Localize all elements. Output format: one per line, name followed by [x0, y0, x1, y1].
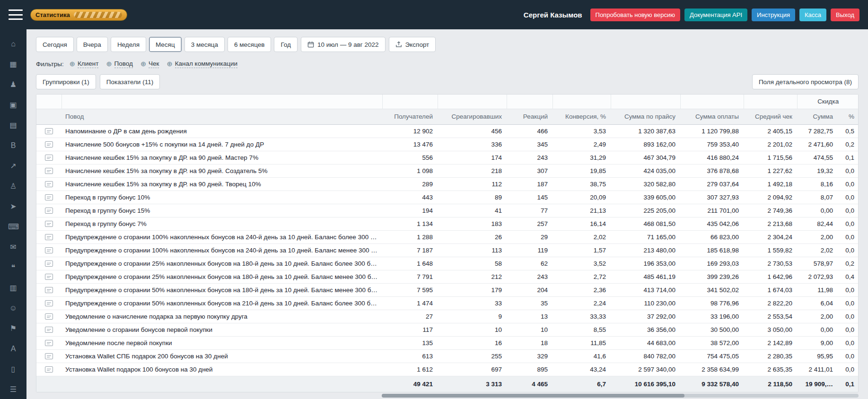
menu-icon[interactable] — [9, 9, 23, 20]
table-row[interactable]: Напоминание о ДР в сам день рождения12 9… — [36, 124, 859, 138]
cashbox-button[interactable]: Касса — [799, 9, 826, 21]
campaign-icon[interactable] — [45, 247, 53, 253]
table-row[interactable]: Установка Wallet СПБ подарок 200 бонусов… — [36, 349, 859, 363]
shopping-icon[interactable]: ▣ — [8, 101, 18, 109]
column-header: Среагировавших — [438, 109, 507, 124]
send-icon[interactable]: ➤ — [8, 202, 18, 211]
campaign-name: Уведомление о начисление подарка за перв… — [61, 310, 382, 323]
metric-value: 19,85 — [552, 164, 611, 177]
add-filter-link[interactable]: ⊕Повод — [106, 60, 132, 68]
period-tab[interactable]: Неделя — [111, 37, 146, 52]
table-row[interactable]: Предупреждение о сгорании 100% накопленн… — [36, 243, 859, 257]
table-row[interactable]: Начисление кешбек 15% за покупку в ДР. н… — [36, 177, 859, 191]
metric-value: 2 749,36 — [744, 204, 797, 217]
campaign-icon[interactable] — [45, 128, 53, 134]
campaign-icon[interactable] — [45, 208, 53, 214]
table-row[interactable]: Уведомление после первой покупки13516181… — [36, 336, 859, 349]
period-tab[interactable]: Год — [274, 37, 298, 52]
chess-icon[interactable]: ♟ — [8, 80, 18, 89]
campaign-icon[interactable] — [45, 260, 53, 267]
period-tab[interactable]: Месяц — [149, 37, 182, 52]
row-icon-cell — [36, 191, 61, 204]
bonus-icon[interactable]: B — [8, 141, 18, 150]
total-value: 6,7 — [552, 376, 611, 392]
user-name[interactable]: Сергей Казымов — [524, 11, 582, 19]
loyalty-icon[interactable]: ♙ — [8, 182, 18, 191]
export-button[interactable]: Экспорт — [389, 37, 436, 52]
table-row[interactable]: Уведомление о начисление подарка за перв… — [36, 310, 859, 323]
period-tab[interactable]: Сегодня — [36, 37, 74, 52]
list-icon[interactable]: ☰ — [8, 385, 18, 394]
indicators-button[interactable]: Показатели (11) — [100, 74, 160, 89]
gift-icon[interactable]: ⚑ — [8, 324, 18, 333]
table-row[interactable]: Уведомление о сгорании бонусов первой по… — [36, 323, 859, 336]
table-row[interactable]: Переход в группу бонус 7%1 13418325716,1… — [36, 217, 859, 230]
campaign-icon[interactable] — [45, 141, 53, 147]
campaign-icon[interactable] — [45, 274, 53, 280]
metric-value: 27 — [382, 310, 438, 323]
period-tab[interactable]: 6 месяцев — [228, 37, 271, 52]
add-filter-link[interactable]: ⊕Канал коммуникации — [167, 60, 237, 68]
logout-button[interactable]: Выход — [831, 9, 859, 21]
table-row[interactable]: Предупреждение о сгорании 50% накопленны… — [36, 283, 859, 296]
metric-value: 2 280,35 — [744, 349, 797, 363]
campaign-icon[interactable] — [45, 168, 53, 174]
chat-icon[interactable]: ❝ — [8, 263, 18, 272]
row-icon-cell — [36, 204, 61, 217]
add-filter-link[interactable]: ⊕Клиент — [70, 60, 99, 68]
campaign-icon[interactable] — [45, 155, 53, 161]
terminal-icon[interactable]: ⌨ — [8, 223, 18, 231]
font-icon[interactable]: A — [8, 345, 18, 353]
metric-value: 1 134 — [382, 217, 438, 230]
mobile-icon[interactable]: ▯ — [8, 365, 18, 373]
add-filter-link[interactable]: ⊕Чек — [140, 60, 159, 68]
campaign-icon[interactable] — [45, 194, 53, 200]
metric-value: 9,00 — [797, 336, 838, 349]
metric-value: 3 050,00 — [744, 323, 797, 336]
table-row[interactable]: Предупреждение о сгорании 100% накопленн… — [36, 230, 859, 243]
book-icon[interactable]: ▤ — [8, 121, 18, 130]
campaign-icon[interactable] — [45, 300, 53, 306]
table-row[interactable]: Переход в группу бонус 15%194417721,1322… — [36, 204, 859, 217]
campaign-icon[interactable] — [45, 221, 53, 227]
table-row[interactable]: Предупреждение о сгорании 25% накопленны… — [36, 257, 859, 270]
metric-value: 7 282,75 — [797, 124, 838, 138]
date-range-button[interactable]: 10 июл — 9 авг 2022 — [301, 37, 386, 52]
table-row[interactable]: Начисление кешбек 15% за покупку в ДР. н… — [36, 164, 859, 177]
campaign-icon[interactable] — [45, 287, 53, 293]
campaign-icon[interactable] — [45, 313, 53, 320]
chart-icon[interactable]: ↗ — [8, 162, 18, 170]
table-row[interactable]: Предупреждение о сгорании 25% накопленны… — [36, 270, 859, 283]
table-row[interactable]: Начисление 500 бонусов +15% с покупки на… — [36, 138, 859, 151]
campaign-icon[interactable] — [45, 327, 53, 333]
scrollbar-thumb[interactable] — [382, 394, 684, 398]
metric-value: 7 595 — [382, 283, 438, 296]
metric-value: 2 597 340,00 — [611, 363, 680, 376]
period-tab[interactable]: 3 месяца — [184, 37, 225, 52]
horizontal-scrollbar[interactable] — [382, 394, 859, 398]
campaign-icon[interactable] — [45, 353, 53, 359]
detail-fields-button[interactable]: Поля детального просмотра (8) — [752, 74, 859, 89]
groupings-button[interactable]: Группировки (1) — [36, 74, 96, 89]
table-row[interactable]: Предупреждение о сгорании 50% накопленны… — [36, 296, 859, 310]
metric-value: 41 — [438, 204, 507, 217]
total-value: 0,1 — [838, 376, 859, 392]
home-icon[interactable]: ⌂ — [8, 40, 18, 48]
campaign-icon[interactable] — [45, 234, 53, 240]
period-tab[interactable]: Вчера — [77, 37, 108, 52]
campaign-icon[interactable] — [45, 181, 53, 187]
film-icon[interactable]: ▥ — [8, 284, 18, 292]
try-new-version-button[interactable]: Попробовать новую версию — [590, 9, 680, 21]
metric-value: 185 618,98 — [680, 243, 744, 257]
table-row[interactable]: Начисление кешбек 15% за покупку в ДР. н… — [36, 151, 859, 164]
users-icon[interactable]: ☺ — [8, 304, 18, 312]
campaign-icon[interactable] — [45, 366, 53, 373]
api-docs-button[interactable]: Документация API — [684, 9, 747, 21]
manual-button[interactable]: Инструкция — [752, 9, 795, 21]
media-icon[interactable]: ▦ — [8, 60, 18, 69]
campaign-icon[interactable] — [45, 340, 53, 346]
metric-value: 255 — [438, 349, 507, 363]
mail-icon[interactable]: ✉ — [8, 243, 18, 252]
table-row[interactable]: Переход в группу бонус 10%4438914520,093… — [36, 191, 859, 204]
table-row[interactable]: Установка Wallet подарок 100 бонусов на … — [36, 363, 859, 376]
